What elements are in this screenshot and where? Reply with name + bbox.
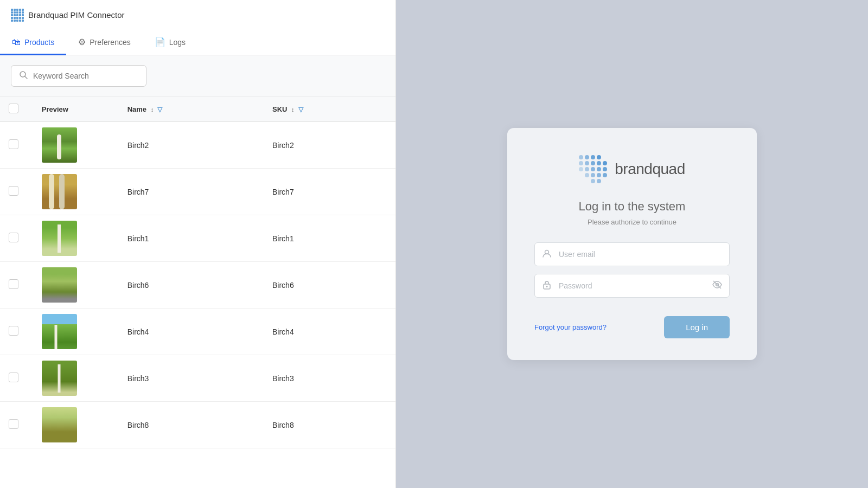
bq-dot [585,173,589,177]
sku-sort-icon[interactable]: ↕ [291,106,295,113]
logs-icon: 📄 [155,37,165,47]
tab-preferences-label: Preferences [90,38,130,47]
tab-logs-label: Logs [169,38,186,47]
row-checkbox[interactable] [9,233,18,242]
sku-sort-icons[interactable]: ↕ ▽ [291,106,303,113]
search-box [11,65,146,87]
app-title: Brandquad PIM Connector [28,10,125,20]
row-preview-cell [33,215,119,262]
login-title: Log in to the system [579,200,686,214]
row-checkbox[interactable] [9,279,18,289]
table-row: Birch3 Birch3 [0,355,395,402]
tabs-container: 🛍 Products ⚙ Preferences 📄 Logs [0,29,395,55]
login-actions: Forgot your password? Log in [534,316,730,338]
select-all-checkbox[interactable] [9,104,18,113]
bq-dot [579,173,583,177]
brandquad-logo: brandquad [579,155,685,183]
row-name-cell: Birch4 [119,309,264,355]
table-row: Birch7 Birch7 [0,169,395,215]
row-checkbox[interactable] [9,139,18,149]
row-name-cell: Birch2 [119,122,264,169]
row-preview-cell [33,402,119,448]
product-thumbnail [42,174,77,209]
bq-dots-grid [579,155,607,183]
bq-dot [585,161,589,165]
row-checkbox-cell [0,262,33,309]
app-logo-icon [11,9,23,21]
row-checkbox[interactable] [9,186,18,196]
row-name-cell: Birch7 [119,169,264,215]
row-checkbox[interactable] [9,326,18,336]
row-checkbox-cell [0,355,33,402]
table-row: Birch2 Birch2 [0,122,395,169]
bq-dot [585,155,589,159]
row-preview-cell [33,122,119,169]
email-input[interactable] [534,242,730,266]
toggle-password-icon[interactable] [712,280,722,292]
sku-filter-icon[interactable]: ▽ [298,106,303,113]
password-input[interactable] [534,274,730,298]
svg-point-4 [546,286,548,287]
row-preview-cell [33,309,119,355]
bq-dot [597,161,601,165]
products-table: Preview Name ↕ ▽ SKU ↕ ▽ [0,97,395,448]
password-field-group [534,274,730,298]
header-sku: SKU ↕ ▽ [264,97,395,122]
row-checkbox-cell [0,215,33,262]
product-thumbnail [42,127,77,163]
product-thumbnail [42,314,77,349]
bq-dot [597,167,601,171]
row-preview-cell [33,355,119,402]
row-sku-cell: Birch8 [264,402,395,448]
bq-dot [597,155,601,159]
bq-dot [603,179,607,183]
bq-dot [603,155,607,159]
header-name: Name ↕ ▽ [119,97,264,122]
row-checkbox-cell [0,402,33,448]
login-button[interactable]: Log in [664,316,730,338]
table-row: Birch6 Birch6 [0,262,395,309]
row-preview-cell [33,169,119,215]
bq-dot [585,167,589,171]
product-thumbnail [42,361,77,396]
app-header: Brandquad PIM Connector [0,0,395,29]
row-name-cell: Birch8 [119,402,264,448]
row-checkbox[interactable] [9,419,18,429]
name-filter-icon[interactable]: ▽ [157,106,162,113]
tab-products[interactable]: 🛍 Products [0,30,66,55]
row-checkbox[interactable] [9,373,18,382]
table-row: Birch8 Birch8 [0,402,395,448]
name-sort-icon[interactable]: ↕ [151,106,154,113]
login-card: brandquad Log in to the system Please au… [507,128,757,360]
row-sku-cell: Birch3 [264,355,395,402]
svg-line-1 [25,76,27,79]
row-sku-cell: Birch6 [264,262,395,309]
row-sku-cell: Birch7 [264,169,395,215]
search-input[interactable] [33,72,138,80]
tab-logs[interactable]: 📄 Logs [143,29,197,55]
bq-dot [579,167,583,171]
tab-preferences[interactable]: ⚙ Preferences [66,29,142,55]
lock-icon [542,280,552,292]
header-checkbox-cell [0,97,33,122]
row-name-cell: Birch1 [119,215,264,262]
bq-dot [591,155,595,159]
table-header-row: Preview Name ↕ ▽ SKU ↕ ▽ [0,97,395,122]
bq-dot [597,179,601,183]
name-sort-icons[interactable]: ↕ ▽ [151,106,163,113]
product-thumbnail [42,407,77,442]
bq-dot [591,161,595,165]
forgot-password-link[interactable]: Forgot your password? [534,323,607,331]
row-name-cell: Birch3 [119,355,264,402]
row-preview-cell [33,262,119,309]
bq-dot [585,179,589,183]
table-row: Birch1 Birch1 [0,215,395,262]
bq-dot [579,179,583,183]
row-sku-cell: Birch4 [264,309,395,355]
table-row: Birch4 Birch4 [0,309,395,355]
left-panel: Brandquad PIM Connector 🛍 Products ⚙ Pre… [0,0,396,488]
row-name-cell: Birch6 [119,262,264,309]
search-container [0,55,395,97]
bq-dot [591,173,595,177]
row-sku-cell: Birch1 [264,215,395,262]
